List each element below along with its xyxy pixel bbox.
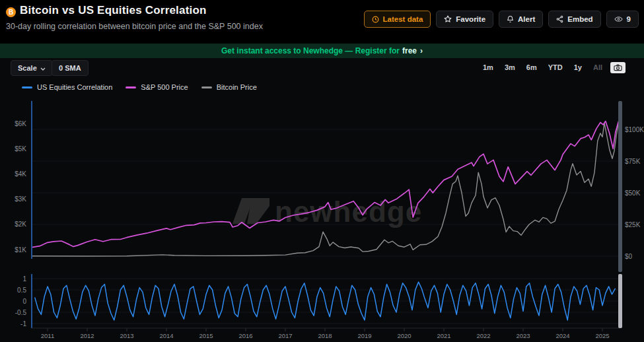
chevron-down-icon (40, 64, 46, 72)
svg-text:$0: $0 (625, 253, 633, 260)
page-subtitle: 30-day rolling correlation between bitco… (6, 22, 263, 31)
banner-free-text: free (402, 46, 417, 55)
svg-text:1: 1 (22, 275, 26, 283)
register-banner[interactable]: Get instant access to Newhedge — Registe… (0, 44, 644, 58)
range-1m[interactable]: 1m (480, 61, 497, 73)
range-3m[interactable]: 3m (501, 61, 519, 73)
svg-text:$1K: $1K (15, 246, 26, 254)
screenshot-button[interactable] (610, 62, 626, 73)
embed-button[interactable]: Embed (548, 11, 600, 28)
svg-text:newhedge: newhedge (275, 195, 422, 228)
bitcoin-icon: B (6, 7, 16, 17)
svg-text:$50K: $50K (625, 189, 641, 197)
svg-text:$75K: $75K (625, 158, 641, 165)
svg-text:$4K: $4K (15, 170, 26, 178)
svg-text:2024: 2024 (555, 332, 569, 339)
range-ytd[interactable]: YTD (545, 61, 566, 73)
correlation-axis-labels: 10.50-0.5-1 (15, 275, 27, 327)
svg-text:2023: 2023 (516, 332, 530, 339)
svg-text:$100K: $100K (625, 126, 644, 133)
legend-item-bitcoin[interactable]: Bitcoin Price (201, 83, 257, 91)
svg-text:2013: 2013 (120, 332, 133, 339)
bell-icon (507, 15, 514, 23)
svg-text:2012: 2012 (80, 332, 94, 339)
header-actions: Latest data Favorite Alert Embed 9 (364, 11, 639, 28)
range-all[interactable]: All (590, 61, 606, 73)
chevron-right-icon: › (420, 46, 423, 55)
scale-dropdown[interactable]: Scale (11, 60, 53, 76)
svg-text:2025: 2025 (595, 332, 609, 339)
svg-text:2018: 2018 (318, 332, 332, 339)
banner-text: Get instant access to Newhedge — Registe… (221, 46, 400, 55)
alert-button[interactable]: Alert (499, 11, 543, 28)
svg-text:-1: -1 (20, 320, 26, 327)
header: B Bitcoin vs US Equities Correlation 30-… (0, 0, 644, 44)
sp500-swatch (125, 86, 136, 88)
svg-text:$6K: $6K (15, 120, 26, 127)
svg-text:0.5: 0.5 (17, 287, 26, 294)
range-6m[interactable]: 6m (523, 61, 540, 73)
price-right-axis-labels: $0$25K$50K$75K$100K (625, 126, 644, 260)
sp500-price-line (32, 120, 620, 247)
favorite-button[interactable]: Favorite (436, 11, 493, 28)
legend-item-correlation[interactable]: US Equities Correlation (22, 83, 112, 91)
correlation-panel-scrollbar[interactable] (618, 274, 622, 328)
svg-text:2019: 2019 (357, 332, 371, 339)
range-selector: 1m 3m 6m YTD 1y All (480, 61, 606, 73)
views-count: 9 (627, 15, 631, 23)
views-button[interactable]: 9 (606, 11, 639, 28)
svg-text:2020: 2020 (397, 332, 411, 339)
svg-text:2016: 2016 (238, 332, 252, 339)
svg-text:$5K: $5K (15, 145, 26, 153)
price-left-axis-labels: $1K$2K$3K$4K$5K$6K (15, 120, 26, 254)
svg-text:2015: 2015 (199, 332, 213, 339)
bitcoin-swatch (201, 86, 212, 88)
svg-text:$25K: $25K (625, 221, 641, 228)
legend: US Equities Correlation S&P 500 Price Bi… (22, 83, 257, 91)
page-title: Bitcoin vs US Equities Correlation (20, 4, 207, 17)
price-panel-scrollbar[interactable] (618, 101, 622, 272)
camera-icon (614, 62, 622, 74)
sma-button[interactable]: 0 SMA (52, 60, 89, 76)
page: newhedge$1K$2K$3K$4K$5K$6K$0$25K$50K$75K… (0, 0, 644, 342)
share-icon (556, 15, 563, 23)
bitcoin-price-line (32, 121, 620, 256)
eye-icon (614, 16, 623, 22)
legend-item-sp500[interactable]: S&P 500 Price (125, 83, 188, 91)
svg-text:2014: 2014 (159, 332, 173, 339)
svg-text:2017: 2017 (278, 332, 292, 339)
range-1y[interactable]: 1y (571, 61, 585, 73)
svg-text:$2K: $2K (15, 221, 26, 228)
correlation-swatch (22, 86, 32, 88)
svg-text:0: 0 (22, 298, 26, 305)
svg-text:2021: 2021 (437, 332, 450, 339)
x-axis-labels: 2011201220132014201520162017201820192020… (41, 328, 610, 339)
latest-data-button[interactable]: Latest data (364, 11, 431, 28)
star-icon (444, 15, 452, 23)
clock-icon (372, 16, 379, 23)
svg-text:2022: 2022 (476, 332, 490, 339)
svg-text:$3K: $3K (15, 195, 26, 203)
svg-text:2011: 2011 (41, 332, 54, 339)
svg-text:-0.5: -0.5 (15, 309, 27, 316)
